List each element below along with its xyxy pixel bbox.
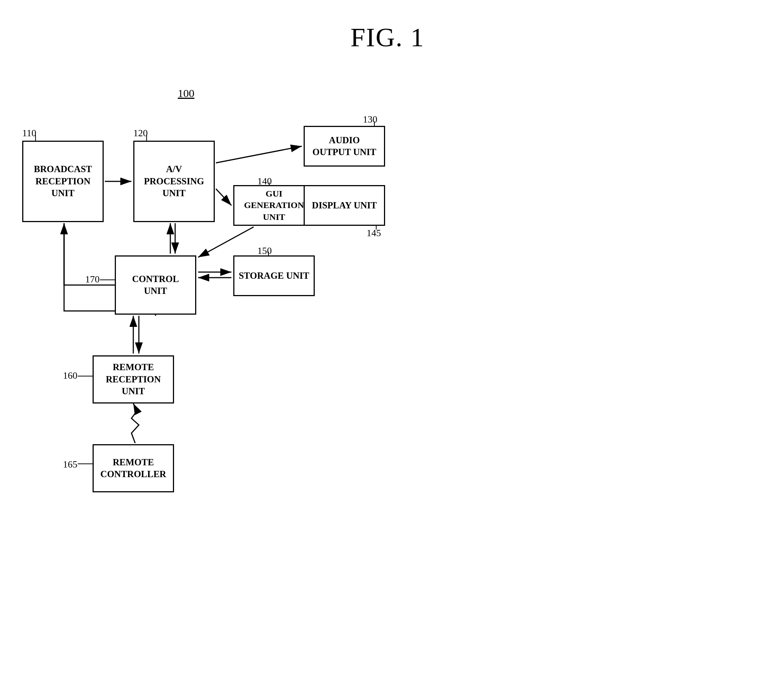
remote-controller-ref-line	[78, 464, 93, 464]
gui-ref-line	[269, 183, 269, 186]
remote-reception-ref-line	[78, 376, 93, 376]
storage-box: STORAGE UNIT	[233, 255, 315, 296]
control-ref-line	[100, 279, 115, 280]
audio-ref-line	[374, 121, 375, 127]
system-ref-label: 100	[178, 87, 195, 100]
display-ref-line	[376, 226, 377, 229]
display-ref: 145	[367, 228, 381, 239]
av-processing-box: A/VPROCESSINGUNIT	[133, 141, 215, 222]
audio-output-box: AUDIOOUTPUT UNIT	[304, 126, 385, 166]
remote-reception-box: REMOTERECEPTION UNIT	[93, 355, 174, 404]
remote-controller-ref: 165	[63, 459, 77, 470]
gui-ref: 140	[257, 176, 272, 187]
svg-line-11	[198, 227, 254, 257]
storage-ref-line	[268, 252, 269, 256]
page-title: FIG. 1	[0, 0, 775, 53]
remote-controller-box: REMOTECONTROLLER	[93, 444, 174, 492]
storage-ref: 150	[257, 245, 272, 256]
control-ref: 170	[85, 274, 100, 285]
svg-line-7	[216, 189, 231, 205]
broadcast-ref-line	[35, 135, 36, 142]
audio-ref: 130	[363, 114, 378, 125]
av-ref-line	[146, 135, 147, 142]
remote-reception-ref: 160	[63, 370, 77, 381]
svg-line-6	[216, 146, 302, 163]
control-box: CONTROLUNIT	[115, 255, 196, 315]
broadcast-box: BROADCASTRECEPTIONUNIT	[22, 141, 104, 222]
av-ref: 120	[133, 128, 148, 139]
broadcast-ref: 110	[22, 128, 36, 139]
gui-gen-box: GUIGENERATION UNIT	[233, 185, 315, 226]
display-box: DISPLAY UNIT	[304, 185, 385, 226]
